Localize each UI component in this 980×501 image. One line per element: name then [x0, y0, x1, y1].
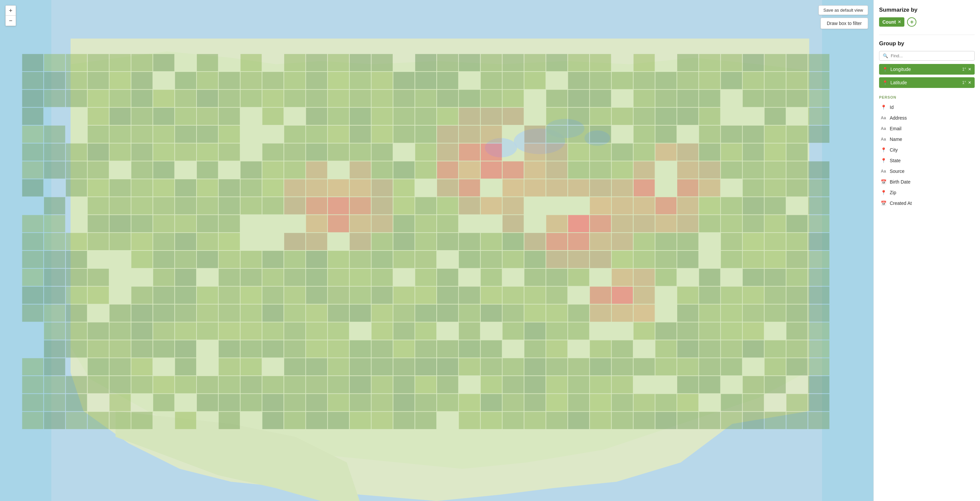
- field-item-state[interactable]: 📍 State: [879, 155, 975, 166]
- field-label-3: Name: [890, 137, 902, 142]
- field-item-address[interactable]: Aa Address: [879, 113, 975, 123]
- field-item-city[interactable]: 📍 City: [879, 145, 975, 155]
- pill-close-0[interactable]: ✕: [968, 67, 971, 72]
- text-icon-2: Aa: [880, 126, 886, 131]
- field-item-zip[interactable]: 📍 Zip: [879, 187, 975, 198]
- group-pill-latitude[interactable]: 📍 Latitude 1° ✕: [879, 77, 975, 88]
- text-icon-3: Aa: [880, 137, 886, 142]
- field-item-created-at[interactable]: 📅 Created At: [879, 198, 975, 208]
- summarize-row: Count ✕ +: [879, 17, 975, 27]
- field-label-5: State: [890, 158, 901, 163]
- zoom-out-button[interactable]: −: [6, 16, 16, 25]
- pin-icon-1: 📍: [882, 80, 888, 85]
- count-close-icon[interactable]: ✕: [898, 20, 901, 24]
- pill-close-1[interactable]: ✕: [968, 80, 971, 85]
- text-icon-6: Aa: [880, 169, 886, 173]
- pill-label-0: Longitude: [890, 67, 911, 72]
- field-label-9: Created At: [890, 200, 912, 206]
- pin-icon-0: 📍: [880, 105, 886, 110]
- field-label-8: Zip: [890, 190, 896, 195]
- field-label-6: Source: [890, 169, 904, 174]
- zoom-in-button[interactable]: +: [6, 6, 16, 16]
- field-item-email[interactable]: Aa Email: [879, 123, 975, 134]
- heat-canvas: [0, 0, 873, 501]
- group-by-search-input[interactable]: [891, 53, 971, 58]
- summarize-title: Summarize by: [879, 7, 975, 13]
- search-icon: 🔍: [883, 53, 888, 58]
- text-icon-1: Aa: [880, 116, 886, 120]
- group-pills-container: 📍 Longitude 1° ✕ 📍 Latitude 1° ✕: [879, 64, 975, 91]
- field-item-id[interactable]: 📍 Id: [879, 102, 975, 113]
- group-by-title: Group by: [879, 40, 975, 47]
- field-item-birth-date[interactable]: 📅 Birth Date: [879, 177, 975, 187]
- pill-degree-1: 1°: [963, 80, 966, 85]
- field-label-4: City: [890, 147, 898, 153]
- count-badge[interactable]: Count ✕: [879, 17, 904, 27]
- zoom-controls: + −: [5, 5, 16, 26]
- field-label-2: Email: [890, 126, 901, 131]
- divider-1: [879, 35, 975, 35]
- add-summarize-button[interactable]: +: [907, 17, 916, 27]
- draw-filter-button[interactable]: Draw box to filter: [821, 17, 868, 29]
- field-label-7: Birth Date: [890, 179, 910, 184]
- pin-icon-4: 📍: [880, 147, 886, 153]
- group-by-search-box[interactable]: 🔍: [879, 51, 975, 60]
- pin-icon-8: 📍: [880, 190, 886, 195]
- pin-icon-5: 📍: [880, 158, 886, 163]
- map-toolbar: Save as default view Draw box to filter: [818, 5, 868, 29]
- right-panel: Summarize by Count ✕ + Group by 🔍 📍 Long…: [873, 0, 980, 501]
- save-default-button[interactable]: Save as default view: [818, 5, 868, 15]
- pill-degree-0: 1°: [963, 67, 966, 72]
- pill-label-1: Latitude: [890, 80, 907, 85]
- calendar-icon-9: 📅: [880, 200, 886, 206]
- field-item-source[interactable]: Aa Source: [879, 166, 975, 177]
- count-label: Count: [882, 19, 896, 25]
- field-label-0: Id: [890, 105, 894, 110]
- person-section-label: PERSON: [879, 95, 975, 99]
- calendar-icon-7: 📅: [880, 179, 886, 184]
- map-container: + − Save as default view Draw box to fil…: [0, 0, 873, 501]
- field-item-name[interactable]: Aa Name: [879, 134, 975, 145]
- fields-container: 📍 Id Aa Address Aa Email Aa Name 📍 City …: [879, 102, 975, 208]
- group-pill-longitude[interactable]: 📍 Longitude 1° ✕: [879, 64, 975, 75]
- pin-icon-0: 📍: [882, 67, 888, 72]
- field-label-1: Address: [890, 115, 907, 121]
